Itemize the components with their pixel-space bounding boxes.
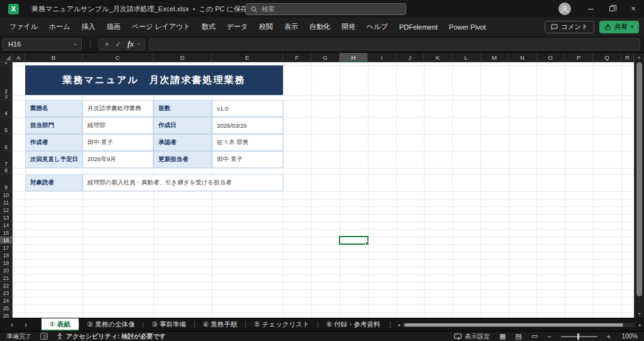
info-cell-row6-col2[interactable]: 田中 直子 bbox=[82, 134, 153, 151]
column-header-P[interactable]: P bbox=[565, 53, 593, 62]
ribbon-tab-14[interactable]: Power Pivot bbox=[443, 18, 492, 36]
enter-icon[interactable]: ✓ bbox=[115, 41, 121, 48]
row-header-10[interactable]: 10 bbox=[0, 191, 12, 199]
vertical-scroll-thumb[interactable] bbox=[636, 62, 642, 296]
share-button[interactable]: 共有 ▾ bbox=[599, 21, 639, 33]
horizontal-scroll-track[interactable] bbox=[403, 323, 636, 327]
document-title[interactable]: 業務マニュアルサンプル_月次請求処理_Excel.xlsx • この PC に保… bbox=[31, 4, 268, 14]
row-header-17[interactable]: 17 bbox=[0, 244, 12, 252]
row-header-24[interactable]: 24 bbox=[0, 297, 12, 305]
ribbon-tab-6[interactable]: 数式 bbox=[196, 18, 221, 36]
function-dropdown-icon[interactable]: › bbox=[136, 43, 141, 45]
column-header-R[interactable]: R bbox=[621, 53, 634, 62]
name-box[interactable]: H16 › bbox=[3, 38, 82, 50]
column-header-L[interactable]: L bbox=[452, 53, 480, 62]
row-header-23[interactable]: 23 bbox=[0, 289, 12, 297]
column-header-J[interactable]: J bbox=[396, 53, 424, 62]
row-header-22[interactable]: 22 bbox=[0, 282, 12, 289]
page-break-view-button[interactable]: ▭ bbox=[531, 333, 538, 340]
audience-label-cell[interactable]: 対象読者 bbox=[25, 174, 82, 191]
info-cell-row7-col4[interactable]: 田中 直子 bbox=[212, 151, 283, 168]
restore-button[interactable] bbox=[601, 0, 623, 18]
zoom-slider-thumb[interactable] bbox=[577, 333, 579, 340]
row-header-16[interactable]: 16 bbox=[0, 237, 12, 244]
ribbon-tab-8[interactable]: 校閲 bbox=[253, 18, 279, 36]
comment-button[interactable]: コメント bbox=[545, 21, 594, 33]
ribbon-tab-2[interactable]: ホーム bbox=[43, 18, 76, 36]
ribbon-tab-1[interactable]: ファイル bbox=[4, 18, 43, 36]
row-header-18[interactable]: 18 bbox=[0, 252, 12, 259]
info-cell-row5-col3[interactable]: 作成日 bbox=[153, 117, 212, 134]
row-header-6[interactable]: 6 bbox=[0, 134, 12, 151]
row-header-8[interactable]: 8 bbox=[0, 168, 12, 174]
ribbon-tab-9[interactable]: 表示 bbox=[279, 18, 304, 36]
scroll-left-icon[interactable]: ◂ bbox=[397, 322, 400, 328]
column-header-F[interactable]: F bbox=[283, 53, 311, 62]
info-cell-row4-col4[interactable]: v1.0 bbox=[212, 100, 283, 117]
row-header-5[interactable]: 5 bbox=[0, 117, 12, 134]
sheet-tab-6[interactable]: ⑥ 付録・参考資料 bbox=[318, 318, 389, 331]
accessibility-status[interactable]: アクセシビリティ: 検討が必要です bbox=[57, 332, 166, 341]
scroll-down-icon[interactable]: ▾ bbox=[635, 310, 644, 318]
zoom-percentage[interactable]: 100% bbox=[620, 333, 638, 340]
ribbon-tab-12[interactable]: ヘルプ bbox=[361, 18, 394, 36]
ribbon-tab-5[interactable]: ページ レイアウト bbox=[126, 18, 196, 36]
ribbon-tab-7[interactable]: データ bbox=[221, 18, 253, 36]
info-cell-row4-col2[interactable]: 月次請求書処理業務 bbox=[82, 100, 153, 117]
column-header-C[interactable]: C bbox=[82, 53, 153, 62]
info-cell-row4-col3[interactable]: 版数 bbox=[153, 100, 212, 117]
sheet-nav-prev-icon[interactable]: ‹ bbox=[5, 318, 19, 331]
scroll-right-icon[interactable]: ▸ bbox=[639, 322, 641, 328]
search-input[interactable]: 検索 bbox=[245, 3, 406, 15]
horizontal-scrollbar[interactable]: ◂ ▸ bbox=[397, 318, 641, 332]
zoom-slider[interactable] bbox=[561, 333, 597, 340]
column-header-M[interactable]: M bbox=[480, 53, 509, 62]
info-cell-row7-col1[interactable]: 次回見直し予定日 bbox=[25, 151, 82, 168]
column-header-B[interactable]: B bbox=[25, 53, 82, 62]
info-cell-row6-col4[interactable]: 佐々木 部長 bbox=[212, 134, 283, 151]
ribbon-tab-11[interactable]: 開発 bbox=[336, 18, 361, 36]
sheet-tab-3[interactable]: ③ 事前準備 bbox=[143, 318, 194, 331]
selected-cell-H16[interactable] bbox=[339, 236, 369, 245]
info-cell-row7-col3[interactable]: 更新担当者 bbox=[153, 151, 212, 168]
macro-record-icon[interactable] bbox=[40, 333, 48, 340]
info-cell-row5-col4[interactable]: 2026/03/26 bbox=[212, 117, 283, 134]
row-header-9[interactable]: 9 bbox=[0, 174, 12, 191]
insert-function-icon[interactable]: fx bbox=[128, 40, 134, 48]
zoom-in-button[interactable]: + bbox=[607, 333, 611, 340]
column-header-N[interactable]: N bbox=[509, 53, 536, 62]
ribbon-tab-4[interactable]: 描画 bbox=[101, 18, 126, 36]
audience-value-cell[interactable]: 経理部の新入社員・異動者、引き継ぎを受ける担当者 bbox=[82, 174, 283, 191]
info-cell-row6-col3[interactable]: 承認者 bbox=[153, 134, 212, 151]
row-header-7[interactable]: 7 bbox=[0, 151, 12, 168]
row-header-11[interactable]: 11 bbox=[0, 199, 12, 206]
sheet-tab-1[interactable]: ① 表紙 bbox=[42, 318, 79, 331]
share-dropdown-icon[interactable]: ▾ bbox=[631, 24, 633, 30]
avatar[interactable] bbox=[558, 3, 571, 15]
name-box-dropdown-icon[interactable]: › bbox=[72, 43, 78, 45]
horizontal-scroll-thumb[interactable] bbox=[404, 323, 623, 327]
row-header-20[interactable]: 20 bbox=[0, 267, 12, 274]
column-header-G[interactable]: G bbox=[311, 53, 340, 62]
info-cell-row5-col2[interactable]: 経理部 bbox=[82, 117, 153, 134]
ribbon-tab-3[interactable]: 挿入 bbox=[76, 18, 101, 36]
info-cell-row4-col1[interactable]: 業務名 bbox=[25, 100, 82, 117]
scroll-up-icon[interactable]: ▴ bbox=[635, 53, 644, 61]
sheet-tab-menu-icon[interactable]: ⋮ bbox=[387, 318, 394, 332]
display-settings-button[interactable]: 表示設定 bbox=[454, 332, 490, 341]
close-button[interactable]: × bbox=[623, 0, 644, 18]
page-layout-view-button[interactable]: ▤ bbox=[515, 333, 521, 340]
ribbon-tab-10[interactable]: 自動化 bbox=[304, 18, 336, 36]
select-all-corner[interactable] bbox=[0, 53, 13, 62]
ribbon-tab-13[interactable]: PDFelement bbox=[394, 18, 443, 36]
row-header-2[interactable]: 2 bbox=[0, 65, 12, 95]
row-header-21[interactable]: 21 bbox=[0, 274, 12, 282]
row-header-15[interactable]: 15 bbox=[0, 229, 12, 237]
row-header-3[interactable]: 3 bbox=[0, 95, 12, 100]
cancel-icon[interactable]: × bbox=[105, 41, 109, 48]
vertical-scrollbar[interactable]: ▴ ▾ bbox=[634, 53, 644, 318]
column-header-I[interactable]: I bbox=[368, 53, 396, 62]
sheet-tab-5[interactable]: ⑤ チェックリスト bbox=[246, 318, 318, 331]
row-header-25[interactable]: 25 bbox=[0, 305, 12, 312]
column-header-K[interactable]: K bbox=[424, 53, 452, 62]
